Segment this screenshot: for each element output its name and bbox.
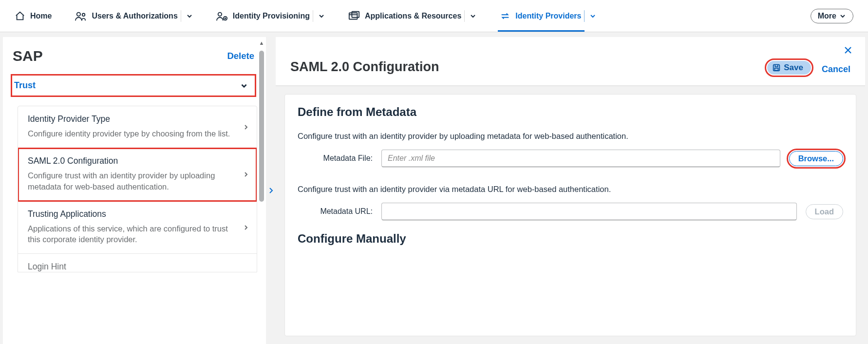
metadata-url-input[interactable] bbox=[381, 203, 797, 220]
top-navigation: Home Users & Authorizations Identity Pro… bbox=[0, 0, 868, 32]
more-label: More bbox=[818, 12, 836, 20]
nav-provisioning[interactable]: Identity Provisioning bbox=[216, 0, 325, 32]
chevron-down-icon[interactable] bbox=[186, 13, 193, 19]
cancel-link[interactable]: Cancel bbox=[822, 64, 850, 75]
metadata-file-label: Metadata File: bbox=[304, 154, 373, 163]
list-item-desc: Configure identity provider type by choo… bbox=[28, 128, 235, 139]
chevron-down-icon[interactable] bbox=[318, 13, 325, 19]
provider-name: SAP bbox=[13, 48, 227, 64]
home-icon bbox=[15, 11, 25, 21]
save-label: Save bbox=[784, 63, 803, 73]
metadata-url-row: Metadata URL: Load bbox=[304, 203, 843, 220]
chevron-down-icon bbox=[839, 13, 846, 19]
trust-section-label: Trust bbox=[14, 80, 36, 91]
nav-home-label: Home bbox=[30, 12, 52, 20]
chevron-down-icon[interactable] bbox=[589, 13, 596, 19]
list-item-title: Identity Provider Type bbox=[28, 114, 235, 124]
save-icon bbox=[772, 63, 781, 72]
list-item-title: Trusting Applications bbox=[28, 209, 235, 219]
nav-identity-providers[interactable]: Identity Providers bbox=[500, 0, 596, 32]
delete-link[interactable]: Delete bbox=[227, 51, 254, 61]
metadata-url-label: Metadata URL: bbox=[304, 207, 373, 216]
list-item-saml-config[interactable]: SAML 2.0 Configuration Configure trust w… bbox=[18, 148, 257, 201]
applications-icon bbox=[348, 11, 360, 21]
config-title: SAML 2.0 Configuration bbox=[290, 59, 767, 75]
scroll-up-icon: ▲ bbox=[258, 40, 265, 46]
list-item-login-hint[interactable]: Login Hint bbox=[18, 254, 257, 272]
chevron-down-icon[interactable] bbox=[470, 13, 476, 19]
configure-manually-heading: Configure Manually bbox=[298, 232, 843, 246]
scroll-thumb[interactable] bbox=[259, 51, 264, 202]
svg-point-0 bbox=[77, 12, 80, 16]
metadata-file-input[interactable] bbox=[381, 150, 780, 167]
list-item-title: Login Hint bbox=[28, 262, 235, 272]
more-button[interactable]: More bbox=[811, 9, 853, 23]
nav-apps-label: Applications & Resources bbox=[365, 12, 461, 20]
trust-list: Identity Provider Type Configure identit… bbox=[18, 106, 257, 272]
save-button[interactable]: Save bbox=[767, 61, 811, 75]
list-item-title: SAML 2.0 Configuration bbox=[28, 156, 235, 166]
left-panel-header: SAP Delete bbox=[3, 37, 266, 72]
list-item-idp-type[interactable]: Identity Provider Type Configure identit… bbox=[18, 106, 257, 148]
chevron-down-icon bbox=[240, 82, 248, 90]
collapse-handle[interactable] bbox=[266, 37, 276, 344]
svg-point-1 bbox=[82, 13, 85, 16]
nav-users[interactable]: Users & Authorizations bbox=[75, 0, 192, 32]
svg-rect-4 bbox=[349, 13, 358, 19]
nav-idp-label: Identity Providers bbox=[515, 12, 581, 20]
browse-button[interactable]: Browse... bbox=[789, 151, 843, 166]
page-body: SAP Delete Trust Identity Provider Type … bbox=[0, 32, 868, 344]
svg-point-2 bbox=[218, 12, 221, 16]
nav-home[interactable]: Home bbox=[15, 0, 52, 32]
right-body: Define from Metadata Configure trust wit… bbox=[276, 86, 865, 344]
metadata-card: Define from Metadata Configure trust wit… bbox=[284, 94, 856, 336]
load-button: Load bbox=[806, 204, 843, 219]
left-panel: SAP Delete Trust Identity Provider Type … bbox=[3, 37, 266, 344]
divider bbox=[181, 10, 181, 22]
sync-icon bbox=[500, 11, 510, 21]
svg-rect-7 bbox=[775, 68, 778, 71]
nav-users-label: Users & Authorizations bbox=[92, 12, 177, 20]
provisioning-icon bbox=[216, 11, 228, 21]
list-item-trusting-apps[interactable]: Trusting Applications Applications of th… bbox=[18, 201, 257, 254]
metadata-file-help: Configure trust with an identity provide… bbox=[298, 132, 843, 141]
define-from-metadata-heading: Define from Metadata bbox=[298, 105, 843, 119]
divider bbox=[464, 10, 465, 22]
chevron-right-icon bbox=[243, 171, 249, 178]
trust-section-toggle[interactable]: Trust bbox=[11, 74, 256, 97]
list-item-desc: Applications of this service, which are … bbox=[28, 223, 235, 245]
close-icon[interactable] bbox=[844, 46, 852, 55]
nav-apps[interactable]: Applications & Resources bbox=[348, 0, 476, 32]
list-item-desc: Configure trust with an identity provide… bbox=[28, 170, 235, 192]
divider bbox=[584, 10, 585, 22]
chevron-right-icon bbox=[243, 124, 249, 131]
right-panel: SAML 2.0 Configuration Save Cancel Defin… bbox=[276, 37, 865, 344]
metadata-url-help: Configure trust with an identity provide… bbox=[298, 185, 843, 194]
right-header: SAML 2.0 Configuration Save Cancel bbox=[276, 37, 865, 86]
chevron-right-icon bbox=[243, 224, 249, 231]
nav-provisioning-label: Identity Provisioning bbox=[233, 12, 310, 20]
divider bbox=[313, 10, 313, 22]
left-scrollbar[interactable]: ▲ bbox=[258, 37, 265, 344]
users-icon bbox=[75, 11, 87, 21]
metadata-file-row: Metadata File: Browse... bbox=[304, 150, 843, 167]
